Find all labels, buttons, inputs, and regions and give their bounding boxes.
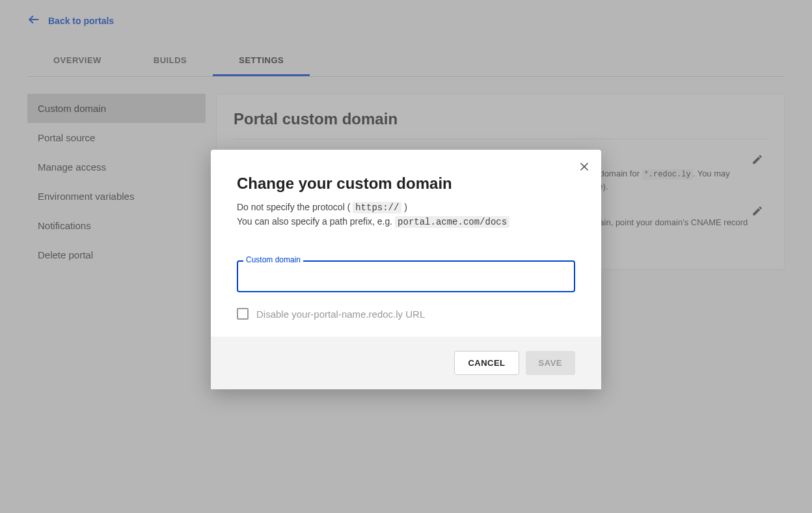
modal-footer: CANCEL SAVE [211,337,601,389]
modal-description: Do not specify the protocol ( https:// )… [237,201,575,229]
custom-domain-input-label: Custom domain [243,255,303,264]
cancel-button[interactable]: CANCEL [454,351,519,375]
modal-overlay[interactable]: Change your custom domain Do not specify… [0,0,812,513]
modal-title: Change your custom domain [237,174,575,193]
disable-url-checkbox[interactable] [237,308,249,320]
change-custom-domain-modal: Change your custom domain Do not specify… [211,150,601,389]
disable-url-label: Disable your-portal-name.redoc.ly URL [256,309,425,320]
disable-url-row: Disable your-portal-name.redoc.ly URL [237,308,575,320]
close-icon[interactable] [578,160,591,176]
custom-domain-input-wrap: Custom domain [237,260,575,292]
save-button[interactable]: SAVE [526,351,575,375]
custom-domain-input[interactable] [237,260,575,292]
